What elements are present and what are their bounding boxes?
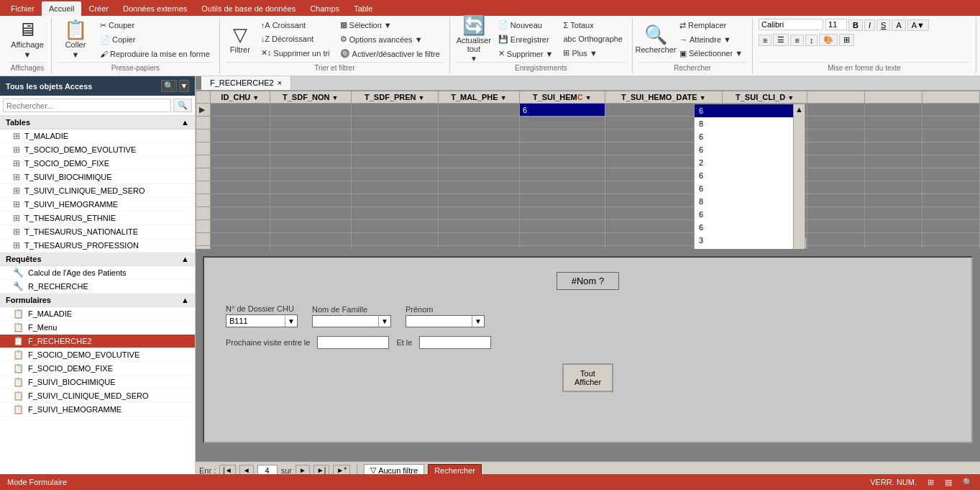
- dropdown-item[interactable]: 6: [695, 143, 793, 156]
- sidebar-item-t-socio-demo-evolutive[interactable]: ⊞ T_SOCIO_DEMO_EVOLUTIVE: [0, 143, 195, 157]
- table-cell[interactable]: [922, 117, 980, 130]
- table-cell[interactable]: [438, 155, 519, 168]
- table-cell[interactable]: [519, 220, 605, 233]
- highlight-btn[interactable]: A▼: [907, 19, 929, 31]
- col-t-sdf-nom[interactable]: T_SDF_NON ▼: [270, 91, 351, 104]
- dropdown-item[interactable]: 6: [695, 247, 793, 249]
- col-t-sui-hemo-date[interactable]: T_SUI_HEMO_DATE ▼: [605, 91, 723, 104]
- sidebar-item-t-suivi-biochimique[interactable]: ⊞ T_SUIVI_BIOCHIMIQUE: [0, 171, 195, 184]
- row-selector[interactable]: [196, 220, 211, 233]
- tab-f-recherche2[interactable]: F_RECHERCHE2 ×: [201, 76, 291, 90]
- table-cell[interactable]: [270, 117, 351, 130]
- dropdown-overlay[interactable]: 686626686636228 ▲ ▼: [694, 104, 805, 249]
- table-cell[interactable]: [351, 233, 438, 246]
- options-avancees-button[interactable]: ⚙ Options avancées▼: [336, 32, 444, 46]
- table-cell[interactable]: [807, 233, 865, 246]
- sidebar-item-f-menu[interactable]: 📋 F_Menu: [0, 321, 195, 335]
- tab-fichier[interactable]: Fichier: [4, 1, 42, 16]
- font-family-input[interactable]: [759, 19, 823, 30]
- line-height-btn[interactable]: ↕: [805, 35, 818, 46]
- table-cell[interactable]: [438, 220, 519, 233]
- table-cell[interactable]: [519, 117, 605, 130]
- tab-table[interactable]: Table: [347, 1, 380, 16]
- sidebar-item-t-thesaurus-profession[interactable]: ⊞ T_THESAURUS_PROFESSION: [0, 239, 195, 253]
- dropdown-item[interactable]: 6: [695, 182, 793, 195]
- table-cell[interactable]: [807, 155, 865, 168]
- table-cell[interactable]: 6: [519, 104, 605, 117]
- affichage-button[interactable]: 🖥 Affichage ▼: [9, 19, 45, 60]
- table-cell[interactable]: [211, 130, 270, 142]
- tab-donnees-externes[interactable]: Données externes: [116, 1, 194, 16]
- table-cell[interactable]: [807, 220, 865, 233]
- visite-debut-input[interactable]: [317, 336, 389, 349]
- table-cell[interactable]: [807, 142, 865, 155]
- tab-creer[interactable]: Créer: [81, 1, 116, 16]
- tab-close-icon[interactable]: ×: [278, 78, 282, 87]
- filtrer-button[interactable]: ▽ Filtrer: [226, 19, 255, 59]
- align-right-btn[interactable]: ≡: [790, 35, 803, 46]
- col-extra3[interactable]: [922, 91, 980, 104]
- align-left-btn[interactable]: ≡: [759, 35, 771, 46]
- table-cell[interactable]: [519, 142, 605, 155]
- col-extra2[interactable]: [865, 91, 922, 104]
- selection-button[interactable]: ▦ Sélection▼: [336, 18, 444, 32]
- prenom-arrow[interactable]: ▼: [472, 316, 484, 327]
- table-cell[interactable]: [438, 181, 519, 194]
- sidebar-item-f-suivi-hemogramme[interactable]: 📋 F_SUIVI_HEMOGRAMME: [0, 403, 195, 417]
- activer-filtre-button[interactable]: 🔘 Activer/désactiver le filtre: [336, 47, 444, 60]
- table-cell[interactable]: [865, 194, 922, 207]
- table-cell[interactable]: [211, 155, 270, 168]
- table-cell[interactable]: [270, 246, 351, 250]
- sidebar-item-f-socio-demo-fixe[interactable]: 📋 F_SOCIO_DEMO_FIXE: [0, 362, 195, 376]
- croissant-button[interactable]: ↑A Croissant: [257, 19, 334, 32]
- table-cell[interactable]: [438, 168, 519, 181]
- dropdown-item[interactable]: 2: [695, 156, 793, 169]
- table-cell[interactable]: [865, 220, 922, 233]
- filter-icon-status[interactable]: 🔍: [963, 478, 973, 487]
- table-cell[interactable]: [922, 194, 980, 207]
- select-prenom[interactable]: ▼: [406, 315, 485, 327]
- table-cell[interactable]: [270, 233, 351, 246]
- row-selector[interactable]: ▶: [196, 104, 211, 117]
- totaux-button[interactable]: Σ Totaux: [559, 19, 626, 32]
- table-cell[interactable]: [519, 194, 605, 207]
- table-cell[interactable]: [351, 142, 438, 155]
- dropdown-item[interactable]: 8: [695, 195, 793, 208]
- grid-icon-status[interactable]: ⊞: [928, 478, 934, 487]
- sidebar-item-f-suivi-clinique[interactable]: 📋 F_SUIVI_CLINIQUE_MED_SERO: [0, 389, 195, 403]
- selectionner-button[interactable]: ▣ Sélectionner▼: [676, 47, 746, 60]
- table-cell[interactable]: [270, 155, 351, 168]
- table-cell[interactable]: [865, 246, 922, 250]
- dropdown-scrollbar[interactable]: ▲ ▼: [793, 104, 805, 249]
- select-nom-famille[interactable]: ▼: [312, 315, 391, 327]
- table-cell[interactable]: [351, 220, 438, 233]
- table-cell[interactable]: [351, 207, 438, 220]
- table-cell[interactable]: [519, 181, 605, 194]
- actualiser-button[interactable]: 🔄 Actualisertout▼: [456, 19, 492, 60]
- sidebar-options-icon[interactable]: ▾: [179, 80, 189, 92]
- sidebar-search-icon[interactable]: 🔍: [161, 80, 177, 92]
- sidebar-item-t-maladie[interactable]: ⊞ T_MALADIE: [0, 130, 195, 143]
- orthographe-button[interactable]: abc Orthographe: [559, 32, 626, 45]
- table-cell[interactable]: [211, 168, 270, 181]
- table-cell[interactable]: [807, 117, 865, 130]
- table-cell[interactable]: [438, 117, 519, 130]
- align-center-btn[interactable]: ☰: [773, 34, 789, 46]
- table-cell[interactable]: [211, 117, 270, 130]
- section-formulaires[interactable]: Formulaires ▲: [0, 294, 195, 307]
- table-cell[interactable]: [865, 104, 922, 117]
- plus-button[interactable]: ⊞ Plus▼: [559, 46, 626, 60]
- table-cell[interactable]: [438, 130, 519, 142]
- tab-outils-bdd[interactable]: Outils de base de données: [194, 1, 303, 16]
- col-t-sui-hem[interactable]: T_SUI_HEMC ▼: [519, 91, 605, 104]
- table-cell[interactable]: [211, 194, 270, 207]
- table-cell[interactable]: [211, 207, 270, 220]
- table-cell[interactable]: [519, 155, 605, 168]
- supprimer-button[interactable]: ✕ Supprimer▼: [495, 47, 557, 60]
- table-cell[interactable]: [211, 233, 270, 246]
- table-cell[interactable]: [351, 104, 438, 117]
- table-cell[interactable]: [922, 233, 980, 246]
- table-cell[interactable]: [519, 233, 605, 246]
- table-cell[interactable]: [438, 104, 519, 117]
- remplacer-button[interactable]: ⇄ Remplacer: [676, 19, 746, 32]
